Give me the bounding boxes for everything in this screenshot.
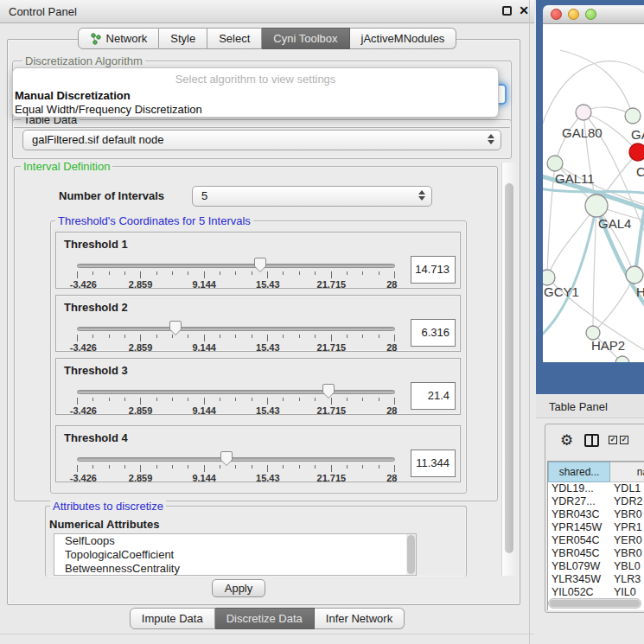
thresholds-coordinates-group-label: Threshold's Coordinates for 5 Intervals xyxy=(55,214,253,227)
scrollbar-thumb[interactable] xyxy=(550,600,640,607)
scrollbar-thumb[interactable] xyxy=(407,535,415,574)
slider-ticks xyxy=(77,465,395,472)
attributes-group-label: Attributes to discretize xyxy=(50,500,166,513)
table-row[interactable]: YBL079WYBL0 xyxy=(548,560,644,573)
slider-ticks xyxy=(77,271,395,278)
tab-select[interactable]: Select xyxy=(207,28,262,49)
checkbox-icon[interactable]: ✓ xyxy=(620,436,628,444)
slider-thumb[interactable] xyxy=(322,383,335,399)
network-canvas[interactable]: GAL80 GA C GAL11 GAL4 GCY1 H HAP2 xyxy=(543,24,644,362)
close-icon[interactable]: ✕ xyxy=(519,3,529,17)
list-item-selfloops[interactable]: SelfLoops xyxy=(54,534,416,548)
slider-track[interactable] xyxy=(77,264,395,268)
table-row[interactable]: YBR043CYBR0 xyxy=(548,508,644,521)
slider-track[interactable] xyxy=(77,327,395,331)
table-horizontal-scrollbar[interactable] xyxy=(548,598,641,609)
minimize-traffic-light-icon[interactable] xyxy=(568,9,579,20)
number-of-intervals-combobox[interactable]: 5 xyxy=(192,186,432,207)
tab-jactivemnodules[interactable]: jActiveMNodules xyxy=(350,28,457,49)
threshold-2-slider[interactable]: -3.426 2.859 9.144 15.43 21.715 28 xyxy=(77,296,395,353)
slider-track[interactable] xyxy=(77,457,395,462)
table-row[interactable]: YPR145WYPR1 xyxy=(548,521,644,534)
tab-select-label: Select xyxy=(219,29,250,48)
columns-icon[interactable] xyxy=(584,434,599,447)
tab-impute-data[interactable]: Impute Data xyxy=(130,608,215,629)
node-label-partial-right: H xyxy=(636,284,644,299)
list-item-topologicalcoefficient[interactable]: TopologicalCoefficient xyxy=(54,548,416,562)
gear-icon[interactable]: ⚙ xyxy=(560,431,573,450)
float-window-icon[interactable] xyxy=(502,6,512,16)
select-columns-icons[interactable]: ✓ ✓ xyxy=(609,436,628,444)
checkbox-icon[interactable]: ✓ xyxy=(609,436,617,444)
tab-network[interactable]: Network xyxy=(78,28,160,49)
node-gal4 xyxy=(585,194,608,217)
node-gcy1 xyxy=(543,270,555,285)
control-panel-tabs: Network Style Select Cyni Toolbox jActiv… xyxy=(0,28,534,49)
zoom-traffic-light-icon[interactable] xyxy=(585,9,596,20)
table-panel-title: Table Panel xyxy=(549,400,608,413)
network-window[interactable]: GAL80 GA C GAL11 GAL4 GCY1 H HAP2 xyxy=(536,0,644,394)
table-data-combobox-value: galFiltered.sif default node xyxy=(32,133,163,146)
tab-style-label: Style xyxy=(170,29,195,48)
screen: Control Panel ✕ Network Style Select Cyn… xyxy=(0,0,644,644)
tab-cyni-toolbox[interactable]: Cyni Toolbox xyxy=(262,28,349,49)
table-row[interactable]: YER054CYER0 xyxy=(548,534,644,547)
threshold-3-slider[interactable]: -3.426 2.859 9.144 15.43 21.715 28 xyxy=(77,359,395,416)
slider-scale: -3.426 2.859 9.144 15.43 21.715 28 xyxy=(77,279,395,290)
threshold-3-value-field[interactable]: 21.4 xyxy=(411,382,456,410)
network-window-titlebar[interactable] xyxy=(543,5,644,24)
table-row[interactable]: YLR345WYLR3 xyxy=(548,573,644,586)
settings-vertical-scrollbar[interactable] xyxy=(501,163,516,576)
column-header-shared-name[interactable]: shared... xyxy=(548,462,610,482)
apply-button[interactable]: Apply xyxy=(212,579,265,597)
network-icon xyxy=(90,33,102,45)
tab-style[interactable]: Style xyxy=(159,28,207,49)
node-label-gal4: GAL4 xyxy=(598,216,631,231)
table-row[interactable]: YIL052CYIL0 xyxy=(548,586,644,599)
algorithm-dropdown-popup: Select algorithm to view settings Manual… xyxy=(12,67,499,118)
threshold-1-value-field[interactable]: 14.713 xyxy=(411,256,456,284)
numerical-attributes-label: Numerical Attributes xyxy=(49,518,159,531)
divider xyxy=(0,634,534,634)
close-traffic-light-icon[interactable] xyxy=(551,9,562,20)
node-label-gal80: GAL80 xyxy=(562,125,603,140)
node-gal11 xyxy=(547,156,563,171)
tab-impute-data-label: Impute Data xyxy=(142,609,203,628)
cyni-mode-tabs: Impute Data Discretize Data Infer Networ… xyxy=(0,608,534,629)
slider-thumb[interactable] xyxy=(169,320,182,336)
control-panel-title: Control Panel xyxy=(9,5,77,18)
slider-thumb[interactable] xyxy=(253,257,267,273)
node-gal80 xyxy=(576,105,591,120)
threshold-4-slider[interactable]: -3.426 2.859 9.144 15.43 21.715 28 xyxy=(77,426,395,483)
number-of-intervals-value: 5 xyxy=(201,189,207,202)
tab-discretize-data[interactable]: Discretize Data xyxy=(215,608,315,629)
slider-thumb[interactable] xyxy=(220,450,233,467)
numerical-attributes-list[interactable]: SelfLoops TopologicalCoefficient Between… xyxy=(54,533,417,576)
tab-infer-network[interactable]: Infer Network xyxy=(315,608,405,629)
table-row[interactable]: YDR27...YDR2 xyxy=(548,495,644,508)
column-header-name[interactable]: na xyxy=(610,462,644,482)
tab-cyni-toolbox-label: Cyni Toolbox xyxy=(273,29,337,48)
popup-item-equal-width-frequency[interactable]: Equal Width/Frequency Discretization xyxy=(15,103,202,116)
threshold-4-value-field[interactable]: 11.344 xyxy=(411,450,456,477)
list-item-betweennesscentrality[interactable]: BetweennessCentrality xyxy=(54,562,416,576)
number-of-intervals-label: Number of Intervals xyxy=(59,189,164,202)
popup-item-manual-discretization[interactable]: Manual Discretization xyxy=(15,89,131,102)
slider-scale: -3.426 2.859 9.144 15.43 21.715 28 xyxy=(77,405,395,416)
threshold-2-value-field[interactable]: 6.316 xyxy=(411,319,456,347)
slider-track[interactable] xyxy=(77,390,395,394)
table-row[interactable]: YDL19...YDL1 xyxy=(548,482,644,495)
node-label-gal11: GAL11 xyxy=(555,171,595,186)
slider-scale: -3.426 2.859 9.144 15.43 21.715 28 xyxy=(77,473,395,483)
combo-arrows-icon xyxy=(488,134,494,144)
table-row[interactable]: YBR045CYBR0 xyxy=(548,547,644,560)
threshold-1-panel: Threshold 1 -3.426 2.859 9.144 15.43 21.… xyxy=(55,232,461,289)
node-label-partial-red: C xyxy=(636,164,644,179)
table-panel-titlebar: Table Panel xyxy=(536,396,644,418)
threshold-1-slider[interactable]: -3.426 2.859 9.144 15.43 21.715 28 xyxy=(77,233,395,290)
scrollbar-thumb[interactable] xyxy=(505,183,513,553)
attributes-list-scrollbar[interactable] xyxy=(406,534,416,575)
table-data-combobox[interactable]: galFiltered.sif default node xyxy=(22,130,501,150)
panel-splitter[interactable] xyxy=(529,0,530,644)
node-label-partial-top: GA xyxy=(631,127,644,142)
